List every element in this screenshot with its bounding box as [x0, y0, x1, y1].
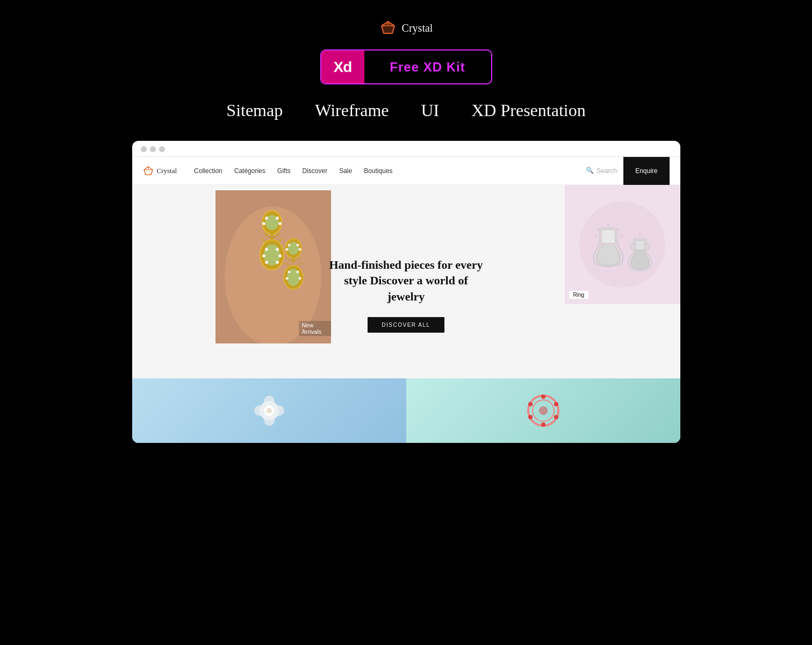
svg-point-69	[528, 415, 533, 419]
svg-point-65	[541, 395, 545, 399]
xd-banner[interactable]: Xd Free XD Kit	[320, 49, 492, 84]
svg-point-53	[639, 234, 641, 236]
svg-point-28	[296, 244, 299, 247]
hero-images-row: New Arrivals Hand-finished pieces for ev…	[132, 185, 680, 343]
svg-point-47	[617, 229, 619, 231]
xd-icon-block: Xd	[321, 51, 364, 83]
svg-point-22	[265, 261, 268, 264]
nav-label-wireframe[interactable]: Wireframe	[315, 101, 389, 120]
site-search[interactable]: 🔍 Search	[586, 167, 617, 175]
hero-section: New Arrivals Hand-finished pieces for ev…	[132, 185, 680, 378]
svg-point-54	[630, 244, 633, 246]
xd-kit-label: Free XD Kit	[364, 51, 491, 83]
svg-point-27	[288, 244, 290, 247]
site-logo-icon	[143, 166, 154, 176]
svg-point-33	[288, 271, 290, 274]
svg-point-58	[264, 415, 275, 426]
chrome-dot-green	[159, 146, 165, 152]
search-label: Search	[597, 167, 617, 175]
svg-rect-37	[292, 257, 294, 262]
nav-link-categories[interactable]: Catégories	[234, 167, 265, 175]
product-right-decor	[406, 378, 680, 443]
xd-banner-wrapper: Xd Free XD Kit	[0, 49, 812, 84]
svg-point-70	[528, 402, 533, 406]
product-card-right[interactable]	[406, 378, 680, 443]
chrome-dot-yellow	[150, 146, 156, 152]
brooch-art	[522, 389, 565, 432]
svg-point-57	[264, 396, 275, 406]
enquire-button[interactable]: Enquire	[623, 157, 669, 185]
nav-labels-row: Sitemap Wireframe UI XD Presentation	[0, 101, 812, 120]
svg-point-68	[541, 422, 545, 427]
nav-label-xd-presentation[interactable]: XD Presentation	[471, 101, 585, 120]
svg-point-48	[597, 243, 599, 245]
svg-point-59	[254, 405, 265, 416]
bottom-product-section	[132, 378, 680, 443]
svg-point-49	[617, 243, 619, 245]
svg-rect-52	[635, 240, 645, 250]
site-nav-links: Collection Catégories Gifts Discover Sal…	[194, 167, 586, 175]
svg-point-36	[298, 277, 301, 280]
site-logo: Crystal	[143, 166, 177, 176]
nav-label-ui[interactable]: UI	[421, 101, 439, 120]
hero-tagline: Hand-finished pieces for every style Dis…	[328, 256, 484, 304]
nav-link-collection[interactable]: Collection	[194, 167, 222, 175]
site-navigation: Crystal Collection Catégories Gifts Disc…	[132, 157, 680, 185]
xd-icon-text: Xd	[334, 59, 352, 76]
discover-all-button[interactable]: DISCOVER ALL	[368, 317, 444, 332]
svg-point-18	[265, 248, 268, 251]
earrings-image: New Arrivals	[215, 190, 331, 343]
rings-art	[565, 185, 680, 304]
hero-center-content: Hand-finished pieces for every style Dis…	[328, 256, 484, 332]
svg-point-34	[296, 271, 299, 274]
svg-point-20	[262, 254, 265, 257]
svg-point-13	[276, 217, 279, 220]
nav-link-boutiques[interactable]: Boutiques	[364, 167, 392, 175]
svg-point-60	[274, 405, 284, 416]
search-icon: 🔍	[586, 167, 594, 175]
top-brand-bar: Crystal	[0, 0, 812, 49]
svg-point-67	[554, 415, 558, 419]
svg-point-71	[539, 406, 548, 415]
nav-link-sale[interactable]: Sale	[339, 167, 352, 175]
new-arrivals-label: New Arrivals	[299, 321, 331, 336]
nav-link-discover[interactable]: Discover	[302, 167, 327, 175]
svg-point-23	[276, 261, 279, 264]
svg-point-44	[594, 235, 597, 238]
nav-link-gifts[interactable]: Gifts	[277, 167, 291, 175]
svg-point-45	[620, 235, 622, 238]
svg-point-15	[278, 222, 282, 225]
svg-point-55	[648, 244, 650, 246]
svg-point-66	[554, 402, 558, 406]
svg-point-42	[607, 224, 609, 226]
product-card-left[interactable]	[132, 378, 406, 443]
chrome-dot-red	[141, 146, 147, 152]
svg-rect-24	[271, 233, 273, 240]
svg-point-21	[278, 254, 282, 257]
svg-point-39	[579, 202, 665, 288]
svg-point-30	[298, 248, 301, 251]
site-logo-name: Crystal	[157, 167, 177, 175]
svg-point-46	[597, 229, 599, 231]
svg-point-62	[267, 408, 272, 413]
flower-earring-art	[248, 389, 291, 432]
brand-name: Crystal	[402, 22, 433, 34]
product-left-decor	[132, 378, 406, 443]
ring-label: Ring	[569, 291, 589, 299]
rings-image: Ring	[565, 185, 680, 304]
svg-point-26	[288, 242, 299, 255]
nav-label-sitemap[interactable]: Sitemap	[226, 101, 283, 120]
browser-mockup: Crystal Collection Catégories Gifts Disc…	[132, 141, 680, 443]
svg-point-35	[285, 277, 288, 280]
svg-rect-41	[601, 230, 615, 243]
svg-point-12	[265, 217, 268, 220]
svg-point-14	[262, 222, 265, 225]
crystal-logo-icon	[379, 19, 397, 37]
svg-point-29	[285, 248, 288, 251]
browser-chrome-bar	[132, 141, 680, 157]
svg-point-19	[276, 248, 279, 251]
